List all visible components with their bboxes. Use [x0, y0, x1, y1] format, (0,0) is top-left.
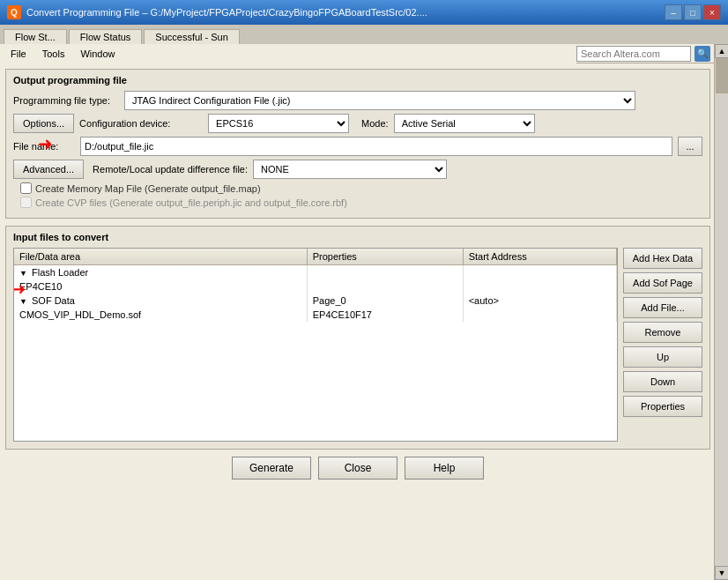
- tab-successful[interactable]: Successful - Sun: [144, 29, 240, 44]
- scroll-thumb[interactable]: [716, 58, 728, 93]
- sof-data-label: SOF Data: [32, 295, 75, 306]
- col-properties: Properties: [307, 249, 463, 265]
- input-section: Input files to convert File/Data area Pr…: [5, 226, 710, 450]
- menu-tools[interactable]: Tools: [35, 47, 72, 61]
- cmos-properties-cell: EP4CE10F17: [307, 308, 463, 322]
- search-input[interactable]: [576, 46, 691, 62]
- main-content: Output programming file Programming file…: [0, 63, 728, 580]
- filename-row: File name: ➜ ...: [13, 137, 702, 156]
- window-title: Convert Programming File – G:/MyProject/…: [26, 7, 665, 18]
- config-device-select[interactable]: EPCS16: [208, 114, 349, 133]
- cmos-sof-label: CMOS_VIP_HDL_Demo.sof: [19, 309, 141, 320]
- window-controls: – □ ×: [665, 4, 721, 20]
- scroll-up-arrow[interactable]: ▲: [715, 44, 728, 58]
- remote-local-label: Remote/Local update difference file:: [93, 164, 248, 175]
- filename-input[interactable]: [80, 137, 672, 156]
- mode-select[interactable]: Active Serial: [394, 114, 535, 133]
- maximize-button[interactable]: □: [684, 4, 702, 20]
- checkbox-memory-map[interactable]: [20, 182, 32, 194]
- triangle-icon-2: ▼: [19, 297, 27, 306]
- mode-label: Mode:: [361, 118, 389, 129]
- scrollbar[interactable]: ▲ ▼: [714, 44, 728, 580]
- tab-flow-status[interactable]: Flow Status: [69, 29, 142, 44]
- checkbox-cvp[interactable]: [20, 197, 32, 208]
- col-start-address: Start Address: [463, 249, 616, 265]
- programming-type-label: Programming file type:: [13, 95, 119, 106]
- table-row[interactable]: CMOS_VIP_HDL_Demo.sof EP4CE10F17: [14, 308, 617, 322]
- add-hex-data-button[interactable]: Add Hex Data: [623, 248, 702, 269]
- advanced-button[interactable]: Advanced...: [13, 160, 84, 179]
- table-row[interactable]: ➜ EP4CE10: [14, 279, 617, 294]
- tab-flow-st[interactable]: Flow St...: [4, 29, 67, 44]
- output-section: Output programming file Programming file…: [5, 69, 710, 219]
- right-buttons-panel: Add Hex Data Add Sof Page Add File... Re…: [623, 248, 702, 442]
- flash-loader-cell: ▼ Flash Loader: [14, 265, 307, 280]
- file-table[interactable]: File/Data area Properties Start Address …: [13, 248, 618, 442]
- table-container: File/Data area Properties Start Address …: [13, 248, 702, 442]
- input-data-table: File/Data area Properties Start Address …: [14, 249, 617, 375]
- advanced-row: Advanced... Remote/Local update differen…: [13, 160, 702, 179]
- generate-button[interactable]: Generate: [232, 457, 311, 480]
- ep4ce10-label: EP4CE10: [19, 281, 62, 292]
- properties-button[interactable]: Properties: [623, 396, 702, 417]
- ep4ce10-cell: ➜ EP4CE10: [14, 279, 307, 294]
- programming-type-select[interactable]: JTAG Indirect Configuration File (.jic): [124, 91, 635, 110]
- minimize-button[interactable]: –: [665, 4, 682, 20]
- checkbox-cvp-row: Create CVP files (Generate output_file.p…: [20, 197, 702, 208]
- checkbox-memory-map-row: Create Memory Map File (Generate output_…: [20, 182, 702, 194]
- bottom-bar: Generate Close Help: [5, 450, 710, 483]
- table-row[interactable]: ▼ SOF Data Page_0 <auto>: [14, 294, 617, 308]
- scroll-down-arrow[interactable]: ▼: [715, 566, 728, 580]
- down-button[interactable]: Down: [623, 371, 702, 392]
- sof-properties-cell: Page_0: [307, 294, 463, 308]
- sof-address-cell: <auto>: [463, 294, 616, 308]
- checkbox-cvp-label: Create CVP files (Generate output_file.p…: [35, 197, 347, 208]
- sof-data-cell: ▼ SOF Data: [14, 294, 307, 308]
- programming-type-row: Programming file type: JTAG Indirect Con…: [13, 91, 702, 110]
- add-sof-page-button[interactable]: Add Sof Page: [623, 272, 702, 294]
- triangle-icon: ▼: [19, 269, 27, 278]
- close-button[interactable]: ×: [703, 4, 721, 20]
- help-button[interactable]: Help: [405, 457, 484, 480]
- title-bar: Q Convert Programming File – G:/MyProjec…: [0, 0, 728, 25]
- config-mode-row: Options... Configuration device: EPCS16 …: [13, 114, 702, 133]
- search-icon[interactable]: 🔍: [695, 46, 710, 62]
- cmos-sof-cell: CMOS_VIP_HDL_Demo.sof: [14, 308, 307, 322]
- input-section-title: Input files to convert: [13, 232, 702, 242]
- menu-file[interactable]: File: [4, 47, 33, 61]
- table-row[interactable]: ▼ Flash Loader: [14, 265, 617, 280]
- add-file-button[interactable]: Add File...: [623, 297, 702, 318]
- output-section-title: Output programming file: [13, 75, 702, 86]
- app-icon: Q: [7, 5, 21, 19]
- annotation-row: [14, 322, 617, 375]
- browse-button[interactable]: ...: [678, 137, 702, 156]
- up-button[interactable]: Up: [623, 346, 702, 368]
- flash-loader-label: Flash Loader: [32, 267, 88, 278]
- remote-local-select[interactable]: NONE: [253, 160, 447, 179]
- checkbox-memory-map-label: Create Memory Map File (Generate output_…: [35, 183, 261, 194]
- options-button[interactable]: Options...: [13, 114, 74, 133]
- menu-window[interactable]: Window: [73, 47, 122, 61]
- col-file-area: File/Data area: [14, 249, 307, 265]
- config-device-label: Configuration device:: [79, 118, 203, 129]
- remove-button[interactable]: Remove: [623, 322, 702, 343]
- close-button[interactable]: Close: [318, 457, 397, 480]
- filename-label: File name:: [13, 141, 75, 152]
